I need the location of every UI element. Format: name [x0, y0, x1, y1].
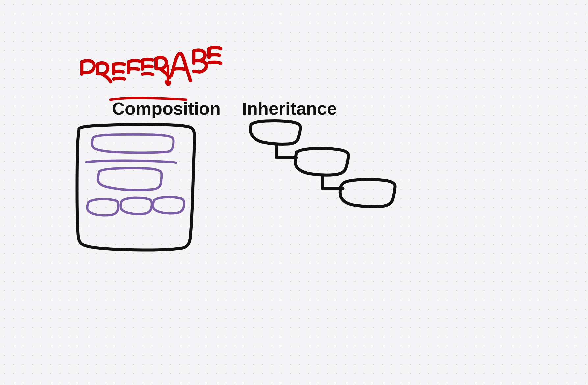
inheritance-label: Inheritance [242, 99, 337, 118]
composition-label: Composition [112, 99, 221, 118]
canvas: Composition Inheritance [0, 0, 588, 385]
main-drawing: Composition Inheritance [0, 0, 588, 385]
